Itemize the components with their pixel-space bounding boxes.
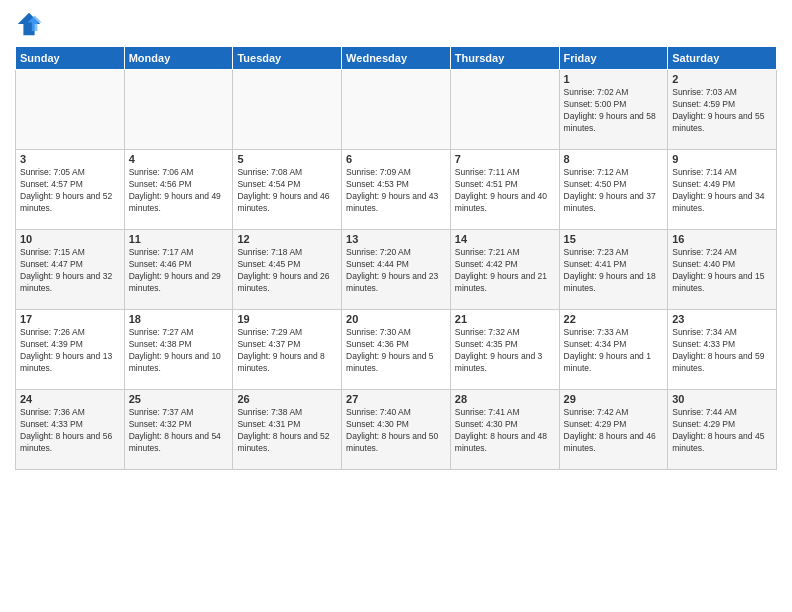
day-number: 21 [455,313,555,325]
day-number: 4 [129,153,229,165]
day-number: 20 [346,313,446,325]
day-cell [233,70,342,150]
day-info: Sunrise: 7:42 AM Sunset: 4:29 PM Dayligh… [564,407,656,453]
calendar-table: SundayMondayTuesdayWednesdayThursdayFrid… [15,46,777,470]
day-cell: 5Sunrise: 7:08 AM Sunset: 4:54 PM Daylig… [233,150,342,230]
day-number: 19 [237,313,337,325]
week-row-0: 1Sunrise: 7:02 AM Sunset: 5:00 PM Daylig… [16,70,777,150]
week-row-3: 17Sunrise: 7:26 AM Sunset: 4:39 PM Dayli… [16,310,777,390]
day-info: Sunrise: 7:18 AM Sunset: 4:45 PM Dayligh… [237,247,329,293]
day-cell: 26Sunrise: 7:38 AM Sunset: 4:31 PM Dayli… [233,390,342,470]
day-info: Sunrise: 7:20 AM Sunset: 4:44 PM Dayligh… [346,247,438,293]
day-number: 25 [129,393,229,405]
day-info: Sunrise: 7:41 AM Sunset: 4:30 PM Dayligh… [455,407,547,453]
day-cell: 10Sunrise: 7:15 AM Sunset: 4:47 PM Dayli… [16,230,125,310]
day-info: Sunrise: 7:44 AM Sunset: 4:29 PM Dayligh… [672,407,764,453]
day-number: 16 [672,233,772,245]
day-number: 26 [237,393,337,405]
day-cell: 11Sunrise: 7:17 AM Sunset: 4:46 PM Dayli… [124,230,233,310]
day-info: Sunrise: 7:26 AM Sunset: 4:39 PM Dayligh… [20,327,112,373]
day-number: 30 [672,393,772,405]
day-cell: 23Sunrise: 7:34 AM Sunset: 4:33 PM Dayli… [668,310,777,390]
day-info: Sunrise: 7:05 AM Sunset: 4:57 PM Dayligh… [20,167,112,213]
day-cell: 2Sunrise: 7:03 AM Sunset: 4:59 PM Daylig… [668,70,777,150]
day-info: Sunrise: 7:36 AM Sunset: 4:33 PM Dayligh… [20,407,112,453]
day-info: Sunrise: 7:15 AM Sunset: 4:47 PM Dayligh… [20,247,112,293]
day-number: 11 [129,233,229,245]
logo [15,10,47,38]
day-cell: 16Sunrise: 7:24 AM Sunset: 4:40 PM Dayli… [668,230,777,310]
day-number: 24 [20,393,120,405]
header-row: SundayMondayTuesdayWednesdayThursdayFrid… [16,47,777,70]
day-number: 3 [20,153,120,165]
day-cell [450,70,559,150]
header [15,10,777,38]
day-cell: 15Sunrise: 7:23 AM Sunset: 4:41 PM Dayli… [559,230,668,310]
day-cell: 18Sunrise: 7:27 AM Sunset: 4:38 PM Dayli… [124,310,233,390]
day-cell: 19Sunrise: 7:29 AM Sunset: 4:37 PM Dayli… [233,310,342,390]
day-cell [124,70,233,150]
day-info: Sunrise: 7:02 AM Sunset: 5:00 PM Dayligh… [564,87,656,133]
day-cell: 29Sunrise: 7:42 AM Sunset: 4:29 PM Dayli… [559,390,668,470]
day-info: Sunrise: 7:03 AM Sunset: 4:59 PM Dayligh… [672,87,764,133]
day-cell: 3Sunrise: 7:05 AM Sunset: 4:57 PM Daylig… [16,150,125,230]
day-number: 5 [237,153,337,165]
day-info: Sunrise: 7:24 AM Sunset: 4:40 PM Dayligh… [672,247,764,293]
day-info: Sunrise: 7:12 AM Sunset: 4:50 PM Dayligh… [564,167,656,213]
day-cell: 9Sunrise: 7:14 AM Sunset: 4:49 PM Daylig… [668,150,777,230]
day-cell: 1Sunrise: 7:02 AM Sunset: 5:00 PM Daylig… [559,70,668,150]
day-info: Sunrise: 7:29 AM Sunset: 4:37 PM Dayligh… [237,327,324,373]
day-info: Sunrise: 7:40 AM Sunset: 4:30 PM Dayligh… [346,407,438,453]
col-header-wednesday: Wednesday [342,47,451,70]
day-info: Sunrise: 7:06 AM Sunset: 4:56 PM Dayligh… [129,167,221,213]
day-number: 14 [455,233,555,245]
day-info: Sunrise: 7:37 AM Sunset: 4:32 PM Dayligh… [129,407,221,453]
col-header-friday: Friday [559,47,668,70]
day-info: Sunrise: 7:32 AM Sunset: 4:35 PM Dayligh… [455,327,542,373]
day-info: Sunrise: 7:23 AM Sunset: 4:41 PM Dayligh… [564,247,656,293]
col-header-saturday: Saturday [668,47,777,70]
day-cell: 27Sunrise: 7:40 AM Sunset: 4:30 PM Dayli… [342,390,451,470]
day-info: Sunrise: 7:08 AM Sunset: 4:54 PM Dayligh… [237,167,329,213]
day-number: 22 [564,313,664,325]
page: SundayMondayTuesdayWednesdayThursdayFrid… [0,0,792,612]
day-cell: 8Sunrise: 7:12 AM Sunset: 4:50 PM Daylig… [559,150,668,230]
week-row-2: 10Sunrise: 7:15 AM Sunset: 4:47 PM Dayli… [16,230,777,310]
day-cell: 12Sunrise: 7:18 AM Sunset: 4:45 PM Dayli… [233,230,342,310]
day-number: 9 [672,153,772,165]
day-number: 7 [455,153,555,165]
day-info: Sunrise: 7:21 AM Sunset: 4:42 PM Dayligh… [455,247,547,293]
day-info: Sunrise: 7:30 AM Sunset: 4:36 PM Dayligh… [346,327,433,373]
logo-icon [15,10,43,38]
day-cell: 22Sunrise: 7:33 AM Sunset: 4:34 PM Dayli… [559,310,668,390]
day-info: Sunrise: 7:09 AM Sunset: 4:53 PM Dayligh… [346,167,438,213]
day-cell: 20Sunrise: 7:30 AM Sunset: 4:36 PM Dayli… [342,310,451,390]
day-info: Sunrise: 7:33 AM Sunset: 4:34 PM Dayligh… [564,327,651,373]
day-cell: 30Sunrise: 7:44 AM Sunset: 4:29 PM Dayli… [668,390,777,470]
col-header-sunday: Sunday [16,47,125,70]
day-info: Sunrise: 7:14 AM Sunset: 4:49 PM Dayligh… [672,167,764,213]
day-number: 1 [564,73,664,85]
day-info: Sunrise: 7:38 AM Sunset: 4:31 PM Dayligh… [237,407,329,453]
day-info: Sunrise: 7:11 AM Sunset: 4:51 PM Dayligh… [455,167,547,213]
col-header-thursday: Thursday [450,47,559,70]
day-number: 8 [564,153,664,165]
day-cell: 28Sunrise: 7:41 AM Sunset: 4:30 PM Dayli… [450,390,559,470]
day-number: 13 [346,233,446,245]
day-cell: 24Sunrise: 7:36 AM Sunset: 4:33 PM Dayli… [16,390,125,470]
week-row-1: 3Sunrise: 7:05 AM Sunset: 4:57 PM Daylig… [16,150,777,230]
day-number: 2 [672,73,772,85]
day-number: 12 [237,233,337,245]
day-info: Sunrise: 7:27 AM Sunset: 4:38 PM Dayligh… [129,327,221,373]
day-cell: 7Sunrise: 7:11 AM Sunset: 4:51 PM Daylig… [450,150,559,230]
day-number: 15 [564,233,664,245]
day-number: 28 [455,393,555,405]
day-number: 6 [346,153,446,165]
col-header-monday: Monday [124,47,233,70]
day-cell: 17Sunrise: 7:26 AM Sunset: 4:39 PM Dayli… [16,310,125,390]
col-header-tuesday: Tuesday [233,47,342,70]
day-cell: 13Sunrise: 7:20 AM Sunset: 4:44 PM Dayli… [342,230,451,310]
week-row-4: 24Sunrise: 7:36 AM Sunset: 4:33 PM Dayli… [16,390,777,470]
day-number: 29 [564,393,664,405]
day-info: Sunrise: 7:17 AM Sunset: 4:46 PM Dayligh… [129,247,221,293]
